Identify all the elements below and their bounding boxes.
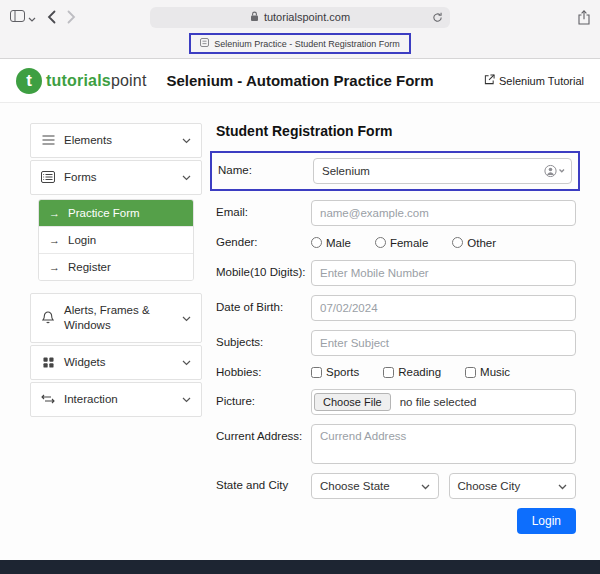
picture-file-field[interactable]: Choose File no file selected [311, 389, 576, 415]
forms-list-icon [41, 171, 55, 183]
state-select[interactable]: Choose State [311, 473, 439, 499]
address-label: Current Address: [216, 424, 311, 445]
reload-icon[interactable] [432, 12, 443, 25]
url-text: tutorialspoint.com [264, 11, 350, 23]
arrow-right-icon: → [49, 234, 60, 246]
state-city-label: State and City [216, 478, 311, 494]
chevron-down-icon [182, 134, 191, 146]
grid-icon [41, 357, 55, 368]
dob-input[interactable] [311, 295, 576, 321]
sidebar-item-elements[interactable]: Elements [30, 123, 202, 158]
forward-button[interactable] [67, 10, 76, 24]
arrow-right-icon: → [49, 261, 60, 273]
logo-circle-icon: t [16, 68, 42, 94]
bell-icon [41, 311, 55, 324]
chevron-down-icon [558, 480, 567, 492]
sidebar-item-interaction[interactable]: Interaction [30, 382, 202, 417]
choose-file-button[interactable]: Choose File [314, 393, 391, 411]
url-bar[interactable]: tutorialspoint.com [150, 7, 450, 28]
name-input[interactable] [313, 158, 572, 184]
bookmark-tab[interactable]: Selenium Practice - Student Registration… [189, 33, 411, 54]
reading-checkbox[interactable] [383, 367, 394, 378]
annotation-name-row: Name: [210, 151, 580, 191]
city-select[interactable]: Choose City [449, 473, 577, 499]
selenium-tutorial-link[interactable]: Selenium Tutorial [484, 74, 584, 87]
sidebar: Elements Forms → Practice Form [30, 123, 202, 560]
email-label: Email: [216, 205, 311, 221]
hobby-option-reading[interactable]: Reading [383, 366, 441, 378]
hobby-option-music[interactable]: Music [465, 366, 510, 378]
swap-arrows-icon [41, 394, 55, 404]
address-textarea[interactable] [311, 424, 576, 464]
male-radio[interactable] [311, 237, 322, 248]
forms-submenu: → Practice Form → Login → Register [38, 199, 194, 281]
picture-label: Picture: [216, 394, 311, 410]
bookmark-favicon-icon [200, 38, 209, 49]
screen: tutorialspoint.com Selenium Practice - S… [0, 0, 600, 574]
form-title: Student Registration Form [216, 123, 576, 139]
subjects-input[interactable] [311, 330, 576, 356]
hobbies-label: Hobbies: [216, 365, 311, 381]
sidebar-toggle-icon [10, 8, 25, 26]
lock-icon [250, 11, 259, 24]
music-checkbox[interactable] [465, 367, 476, 378]
sports-checkbox[interactable] [311, 367, 322, 378]
file-status-text: no file selected [393, 396, 477, 408]
mobile-input[interactable] [311, 260, 576, 286]
page-footer [0, 560, 600, 574]
chevron-down-icon [182, 171, 191, 183]
subjects-label: Subjects: [216, 335, 311, 351]
chevron-down-icon [182, 356, 191, 368]
chevron-down-icon [28, 8, 36, 26]
gender-label: Gender: [216, 235, 311, 251]
arrow-right-icon: → [49, 207, 60, 219]
sidebar-item-login[interactable]: → Login [39, 226, 193, 253]
gender-option-male[interactable]: Male [311, 237, 351, 249]
chevron-down-icon [182, 312, 191, 324]
login-button[interactable]: Login [517, 508, 576, 534]
name-label: Name: [218, 163, 313, 179]
page-title: Selenium - Automation Practice Form [167, 72, 434, 89]
sidebar-item-register[interactable]: → Register [39, 253, 193, 280]
gender-option-other[interactable]: Other [452, 237, 496, 249]
other-radio[interactable] [452, 237, 463, 248]
female-radio[interactable] [375, 237, 386, 248]
autofill-contact-icon[interactable] [544, 165, 566, 178]
registration-form: Student Registration Form Name: Email: [216, 123, 576, 560]
browser-chrome: tutorialspoint.com Selenium Practice - S… [0, 0, 600, 59]
sidebar-item-forms[interactable]: Forms [30, 160, 202, 195]
mobile-label: Mobile(10 Digits): [216, 265, 311, 281]
bookmark-label: Selenium Practice - Student Registration… [214, 39, 400, 49]
sidebar-item-practice-form[interactable]: → Practice Form [39, 200, 193, 226]
hamburger-icon [41, 135, 55, 145]
site-header: t tutorialspoint Selenium - Automation P… [0, 59, 600, 103]
logo-text-green: tutorials [46, 72, 111, 89]
sidebar-item-alerts-frames-windows[interactable]: Alerts, Frames & Windows [30, 293, 202, 343]
dob-label: Date of Birth: [216, 300, 311, 316]
gender-option-female[interactable]: Female [375, 237, 428, 249]
chevron-down-icon [421, 480, 430, 492]
email-input[interactable] [311, 200, 576, 226]
hobby-option-sports[interactable]: Sports [311, 366, 359, 378]
tutorialspoint-logo[interactable]: t tutorialspoint [16, 68, 147, 94]
sidebar-item-widgets[interactable]: Widgets [30, 345, 202, 380]
chevron-down-icon [182, 393, 191, 405]
share-icon[interactable] [578, 10, 590, 25]
tutorial-link-label: Selenium Tutorial [499, 75, 584, 87]
sidebar-toggle-button[interactable] [10, 8, 36, 26]
back-button[interactable] [47, 10, 56, 24]
main-content: Elements Forms → Practice Form [0, 103, 600, 560]
logo-text-dark: point [111, 72, 147, 89]
external-link-icon [484, 74, 495, 87]
